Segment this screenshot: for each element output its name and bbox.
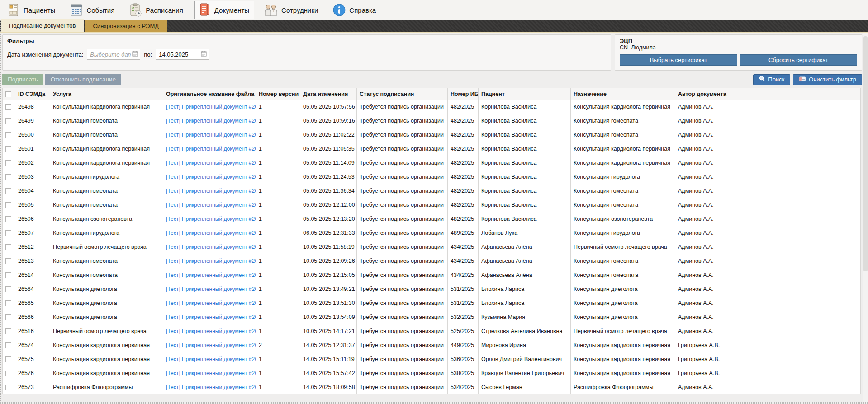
vertical-scrollbar-thumb[interactable] [863,36,868,271]
toolbar-button-help[interactable]: Справка [329,1,381,19]
tab-document-signing[interactable]: Подписание документов [1,19,84,32]
search-button[interactable]: Поиск [753,74,790,85]
table-row[interactable]: 26516 Первичный осмотр лечащего врача [Т… [3,324,861,338]
row-checkbox[interactable] [5,216,11,222]
table-row[interactable]: 26504 Консультация гомеопата [Тест] Прик… [3,184,861,198]
row-checkbox[interactable] [5,202,11,208]
file-link[interactable]: [Тест] Прикрепленный документ #26564.xml [166,286,256,292]
table-row[interactable]: 26501 Консультация кардиолога первичная … [3,142,861,156]
row-checkbox[interactable] [5,385,11,390]
file-link[interactable]: [Тест] Прикрепленный документ #26504.xml [166,188,256,194]
file-link[interactable]: [Тест] Прикрепленный документ #26576.xml [166,370,256,376]
file-link[interactable]: [Тест] Прикрепленный документ #26501.xml [166,146,256,152]
row-select-cell [3,310,15,324]
table-row[interactable]: 26502 Консультация кардиолога первичная … [3,156,861,170]
row-checkbox[interactable] [5,342,11,348]
row-checkbox[interactable] [5,146,11,152]
cell-version: 1 [256,156,300,170]
file-link[interactable]: [Тест] Прикрепленный документ #26573.xml [166,384,256,390]
table-row[interactable]: 26575 Консультация кардиолога первичная … [3,352,861,366]
table-row[interactable]: 26500 Консультация гомеопата [Тест] Прик… [3,128,861,142]
file-link[interactable]: [Тест] Прикрепленный документ #26498.xml [166,104,256,110]
tab-remd-sync[interactable]: Синхронизация с РЭМД [85,20,167,32]
row-checkbox[interactable] [5,314,11,320]
select-certificate-button[interactable]: Выбрать сертификат [620,54,737,66]
row-checkbox[interactable] [5,160,11,166]
row-checkbox[interactable] [5,230,11,236]
file-link[interactable]: [Тест] Прикрепленный документ #26502.xml [166,160,256,166]
row-checkbox[interactable] [5,300,11,306]
date-from-input[interactable] [90,51,131,58]
cell-filename: [Тест] Прикрепленный документ #26574.xml [163,338,256,352]
table-row[interactable]: 26576 Консультация кардиолога первичная … [3,366,861,380]
cell-filename: [Тест] Прикрепленный документ #26499.xml [163,114,256,128]
file-link[interactable]: [Тест] Прикрепленный документ #26499.xml [166,118,256,124]
documents-table: ID СЭМДа Услуга Оригинальное название фа… [2,88,861,394]
row-checkbox[interactable] [5,286,11,292]
file-link[interactable]: [Тест] Прикрепленный документ #26507.xml [166,230,256,236]
file-link[interactable]: [Тест] Прикрепленный документ #26575.xml [166,356,256,362]
table-row[interactable]: 26505 Консультация гомеопата [Тест] Прик… [3,198,861,212]
select-all-checkbox[interactable] [5,91,11,97]
table-row[interactable]: 26507 Консультация гирудолога [Тест] При… [3,226,861,240]
file-link[interactable]: [Тест] Прикрепленный документ #26512.xml [166,244,256,250]
table-row[interactable]: 26512 Первичный осмотр лечащего врача [Т… [3,240,861,254]
file-link[interactable]: [Тест] Прикрепленный документ #26506.xml [166,216,256,222]
row-checkbox[interactable] [5,132,11,138]
cell-status: Требуется подпись организации [357,128,448,142]
vertical-scrollbar[interactable] [863,33,868,404]
cell-filename: [Тест] Прикрепленный документ #26565.xml [163,296,256,310]
table-row[interactable]: 26564 Консультация диетолога [Тест] Прик… [3,282,861,296]
toolbar-button-documents[interactable]: Документы [194,1,254,19]
table-row[interactable]: 26513 Консультация гомеопата [Тест] Прик… [3,254,861,268]
table-row[interactable]: 26498 Консультация кардиолога первичная … [3,100,861,114]
cell-id: 26498 [15,100,50,114]
table-row[interactable]: 26506 Консультация озонотерапевта [Тест]… [3,212,861,226]
table-row[interactable]: 26503 Консультация гирудолога [Тест] При… [3,170,861,184]
row-checkbox[interactable] [5,188,11,194]
col-header-ib: Номер ИБ [448,88,479,100]
file-link[interactable]: [Тест] Прикрепленный документ #26566.xml [166,314,256,320]
file-link[interactable]: [Тест] Прикрепленный документ #26503.xml [166,174,256,180]
file-link[interactable]: [Тест] Прикрепленный документ #26505.xml [166,202,256,208]
cell-id: 26574 [15,338,50,352]
file-link[interactable]: [Тест] Прикрепленный документ #26514.xml [166,272,256,278]
row-checkbox[interactable] [5,356,11,362]
table-row[interactable]: 26573 Расшифровка Флюорограммы [Тест] Пр… [3,380,861,394]
table-row[interactable]: 26566 Консультация диетолога [Тест] Прик… [3,310,861,324]
table-row[interactable]: 26574 Консультация кардиолога первичная … [3,338,861,352]
cell-status: Требуется подпись организации [357,212,448,226]
toolbar-button-patients[interactable]: Пациенты [4,1,60,19]
file-link[interactable]: [Тест] Прикрепленный документ #26513.xml [166,258,256,264]
row-checkbox[interactable] [5,371,11,376]
file-link[interactable]: [Тест] Прикрепленный документ #26516.xml [166,328,256,334]
cell-status: Требуется подпись организации [357,352,448,366]
file-link[interactable]: [Тест] Прикрепленный документ #26565.xml [166,300,256,306]
toolbar-button-schedules[interactable]: Расписания [126,1,188,19]
row-checkbox[interactable] [5,104,11,110]
clear-filter-button[interactable]: Очистить фильтр [793,74,862,85]
decline-signing-button[interactable]: Отклонить подписание [45,74,121,85]
row-checkbox[interactable] [5,272,11,278]
cell-date: 10.05.2025 12:09:26 [300,254,357,268]
col-header-version: Номер версии [256,88,300,100]
row-checkbox[interactable] [5,244,11,250]
table-row[interactable]: 26514 Консультация гомеопата [Тест] Прик… [3,268,861,282]
row-checkbox[interactable] [5,258,11,264]
calendar-icon[interactable] [132,51,138,58]
date-to-input[interactable] [159,51,200,58]
row-checkbox[interactable] [5,328,11,334]
toolbar-button-employees[interactable]: Сотрудники [261,1,323,19]
toolbar-button-events[interactable]: События [66,1,119,19]
cell-version: 1 [256,296,300,310]
table-row[interactable]: 26565 Консультация диетолога [Тест] Прик… [3,296,861,310]
reset-certificate-button[interactable]: Сбросить сертификат [740,54,857,66]
calendar-icon[interactable] [201,51,207,58]
sign-button[interactable]: Подписать [2,74,43,85]
file-link[interactable]: [Тест] Прикрепленный документ #26574.xml [166,342,256,348]
row-checkbox[interactable] [5,118,11,124]
file-link[interactable]: [Тест] Прикрепленный документ #26500.xml [166,132,256,138]
cell-status: Требуется подпись организации [357,156,448,170]
row-checkbox[interactable] [5,174,11,180]
table-row[interactable]: 26499 Консультация гомеопата [Тест] Прик… [3,114,861,128]
